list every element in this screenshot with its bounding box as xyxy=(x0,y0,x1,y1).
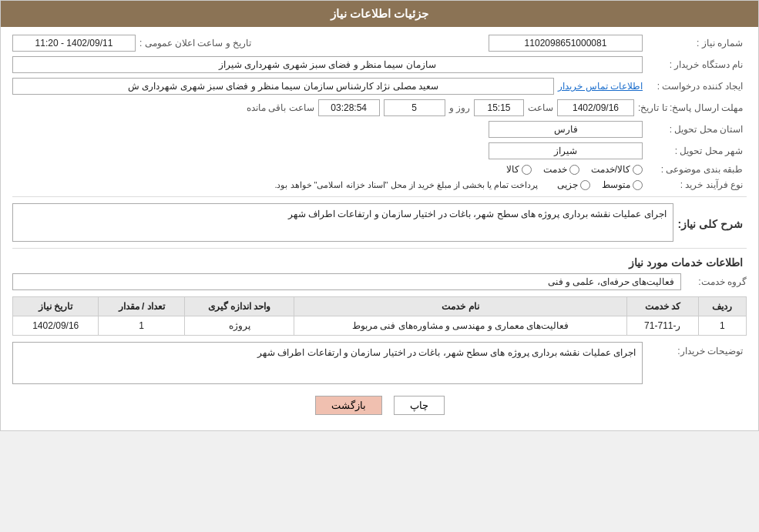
row-shahr: شهر محل تحویل : شیراز xyxy=(12,142,747,159)
ostan-label: استان محل تحویل : xyxy=(646,124,747,135)
row-name-dastgah: نام دستگاه خریدار : سازمان سیما منظر و ف… xyxy=(12,56,747,73)
tabaqeh-radio-group: کالا/خدمت خدمت کالا xyxy=(506,164,643,175)
name-dastgah-label: نام دستگاه خریدار : xyxy=(646,59,747,70)
khadamat-section-title: اطلاعات خدمات مورد نیاز xyxy=(12,256,747,269)
shomara-niaz-label: شماره نیاز : xyxy=(646,38,747,49)
sharh-niaz-title: شرح کلی نیاز: xyxy=(678,218,747,230)
mohlat-remaining-label: ساعت باقی مانده xyxy=(247,102,314,113)
table-row: 1 ر-711-71 فعالیت‌های معماری و مهندسی و … xyxy=(13,316,747,336)
grohe-khedmat-value: فعالیت‌های حرفه‌ای، علمی و فنی xyxy=(12,273,681,290)
shomara-niaz-value: 1102098651000081 xyxy=(489,35,643,52)
tarikh-label: تاریخ و ساعت اعلان عمومی : xyxy=(139,38,251,49)
tabaqeh-radio-khedmat[interactable] xyxy=(569,165,579,175)
mohlat-date: 1402/09/16 xyxy=(557,99,634,116)
mohlat-roz-label: روز و xyxy=(449,102,470,113)
cell-radif: 1 xyxy=(698,316,746,336)
navoe-label-jozi: جزیی xyxy=(557,179,578,190)
col-tarikh: تاریخ نیاز xyxy=(13,297,99,316)
shahr-value: شیراز xyxy=(489,142,643,159)
cell-tarikh: 1402/09/16 xyxy=(13,316,99,336)
page-header: جزئیات اطلاعات نیاز xyxy=(1,1,758,27)
tabaqeh-label-khedmat: خدمت xyxy=(543,164,567,175)
cell-name: فعالیت‌های معماری و مهندسی و مشاوره‌های … xyxy=(294,316,626,336)
back-button[interactable]: بازگشت xyxy=(315,396,382,415)
mohlat-remaining: 03:28:54 xyxy=(318,99,380,116)
name-dastgah-value: سازمان سیما منظر و فضای سبز شهری شهرداری… xyxy=(12,56,643,73)
tabaqeh-label-kala: کالا xyxy=(506,164,519,175)
row-navoe-farayand: نوع فرآیند خرید : متوسط جزیی پرداخت تمام… xyxy=(12,179,747,190)
col-name: نام خدمت xyxy=(294,297,626,316)
button-row: چاپ بازگشت xyxy=(12,396,747,415)
creator-link[interactable]: اطلاعات تماس خریدار xyxy=(558,81,643,92)
page-title: جزئیات اطلاعات نیاز xyxy=(331,7,428,20)
navoe-label-motavaset: متوسط xyxy=(602,179,630,190)
tabaqeh-option-kala[interactable]: کالا xyxy=(506,164,532,175)
row-mohlat: مهلت ارسال پاسخ: تا تاریخ: 1402/09/16 سا… xyxy=(12,99,747,116)
tarikh-value: 1402/09/11 - 11:20 xyxy=(12,35,136,52)
mohlat-roz: 5 xyxy=(384,99,445,116)
creator-label: ایجاد کننده درخواست : xyxy=(646,81,747,92)
mohlat-time-label: ساعت xyxy=(528,102,553,113)
row-ostan: استان محل تحویل : فارس xyxy=(12,121,747,138)
row-creator: ایجاد کننده درخواست : اطلاعات تماس خریدا… xyxy=(12,78,747,95)
row-grohe-khedmat: گروه خدمت: فعالیت‌های حرفه‌ای، علمی و فن… xyxy=(12,273,747,290)
navoe-radio-motavaset[interactable] xyxy=(633,180,643,190)
divider-1 xyxy=(12,196,747,197)
divider-2 xyxy=(12,248,747,249)
tabaqeh-label-kala-khedmat: کالا/خدمت xyxy=(591,164,630,175)
col-tedad: تعداد / مقدار xyxy=(99,297,184,316)
grohe-khedmat-label: گروه خدمت: xyxy=(685,276,747,287)
cell-code: ر-711-71 xyxy=(626,316,698,336)
navoe-radio-jozi[interactable] xyxy=(580,180,590,190)
row-tabaqeh: طبقه بندی موضوعی : کالا/خدمت خدمت کالا xyxy=(12,164,747,175)
khadamat-table: ردیف کد خدمت نام خدمت واحد اندازه گیری ت… xyxy=(12,296,747,336)
mohlat-time: 15:15 xyxy=(474,99,524,116)
tabaqeh-label: طبقه بندی موضوعی : xyxy=(646,164,747,175)
navoe-notice: پرداخت تمام یا بخشی از مبلغ خرید از محل … xyxy=(274,180,538,190)
navoe-farayand-radio-group: متوسط جزیی xyxy=(557,179,643,190)
sharh-niaz-value: اجرای عملیات نقشه برداری پروژه های سطح ش… xyxy=(12,203,673,242)
page-wrapper: جزئیات اطلاعات نیاز شماره نیاز : 1102098… xyxy=(0,0,759,431)
mohlat-label: مهلت ارسال پاسخ: تا تاریخ: xyxy=(638,102,747,113)
tabaqeh-option-khedmat[interactable]: خدمت xyxy=(543,164,579,175)
shahr-label: شهر محل تحویل : xyxy=(646,146,747,156)
ostan-value: فارس xyxy=(489,121,643,138)
col-vahed: واحد اندازه گیری xyxy=(184,297,294,316)
row-tozihat: توضیحات خریدار: اجرای عملیات نقشه برداری… xyxy=(12,342,747,384)
row-shomara-tarikh: شماره نیاز : 1102098651000081 تاریخ و سا… xyxy=(12,35,747,52)
row-sharh-niaz: شرح کلی نیاز: اجرای عملیات نقشه برداری پ… xyxy=(12,203,747,242)
tozihat-label: توضیحات خریدار: xyxy=(646,342,747,356)
creator-value: سعید مصلی نژاد کارشناس سازمان سیما منظر … xyxy=(12,78,554,95)
print-button[interactable]: چاپ xyxy=(394,396,445,415)
cell-vahed: پروژه xyxy=(184,316,294,336)
table-header-row: ردیف کد خدمت نام خدمت واحد اندازه گیری ت… xyxy=(13,297,747,316)
navoe-option-jozi[interactable]: جزیی xyxy=(557,179,590,190)
tabaqeh-radio-kala-khedmat[interactable] xyxy=(633,165,643,175)
cell-tedad: 1 xyxy=(99,316,184,336)
navoe-farayand-label: نوع فرآیند خرید : xyxy=(646,179,747,190)
main-content: شماره نیاز : 1102098651000081 تاریخ و سا… xyxy=(1,27,758,430)
tabaqeh-option-kala-khedmat[interactable]: کالا/خدمت xyxy=(591,164,643,175)
tozihat-value: اجرای عملیات نقشه برداری پروژه های سطح ش… xyxy=(12,342,643,384)
tabaqeh-radio-kala[interactable] xyxy=(522,165,532,175)
col-radif: ردیف xyxy=(698,297,746,316)
col-code: کد خدمت xyxy=(626,297,698,316)
navoe-option-motavaset[interactable]: متوسط xyxy=(602,179,643,190)
